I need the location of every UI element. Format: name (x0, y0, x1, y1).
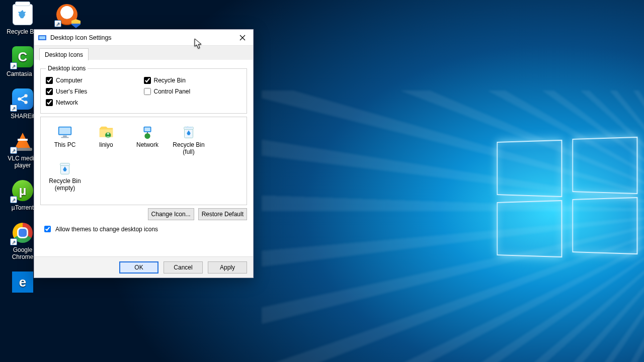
checkbox-network[interactable]: Network (46, 97, 144, 108)
monitor-icon (56, 123, 74, 141)
tab-desktop-icons[interactable]: Desktop Icons (39, 48, 89, 60)
desktop-icon-settings-dialog: Desktop Icon Settings Desktop Icons Desk… (34, 29, 254, 278)
svg-rect-8 (61, 137, 68, 138)
cancel-button[interactable]: Cancel (164, 261, 203, 274)
checkbox-label: Network (56, 99, 78, 106)
icon-preview-panel: This PC liniyo Network Recycle Bin (full… (40, 117, 247, 205)
uac-shield-icon (71, 19, 80, 28)
shortcut-overlay-icon: ↗ (10, 238, 17, 245)
user-folder-icon (97, 123, 115, 141)
close-button[interactable] (234, 32, 251, 44)
svg-point-13 (144, 133, 150, 139)
windows-logo-wallpaper (493, 141, 644, 282)
recycle-bin-full-icon (180, 123, 198, 141)
checkbox-recycle-bin[interactable]: Recycle Bin (144, 75, 242, 86)
preview-label: Recycle Bin (full) (170, 141, 208, 155)
checkbox-input-allow-themes[interactable] (44, 226, 51, 232)
preview-label: This PC (54, 141, 76, 148)
checkbox-label: User's Files (56, 88, 87, 95)
checkbox-input-computer[interactable] (46, 77, 53, 84)
preview-recycle-bin-empty[interactable]: Recycle Bin (empty) (45, 158, 85, 193)
preview-recycle-bin-full[interactable]: Recycle Bin (full) (169, 122, 209, 156)
checkbox-input-network[interactable] (46, 99, 53, 106)
checkbox-input-users-files[interactable] (46, 88, 53, 95)
desktop-icon-daemon-tools[interactable]: ↗ (48, 3, 86, 28)
checkbox-label: Computer (56, 77, 83, 84)
shortcut-overlay-icon: ↗ (10, 105, 17, 112)
preview-user-folder[interactable]: liniyo (86, 122, 126, 156)
preview-this-pc[interactable]: This PC (45, 122, 85, 156)
checkbox-label: Recycle Bin (154, 77, 186, 84)
preview-label: Recycle Bin (empty) (46, 177, 84, 192)
preview-label: liniyo (99, 141, 113, 148)
svg-rect-12 (144, 128, 150, 132)
checkbox-label: Control Panel (154, 88, 191, 95)
svg-rect-4 (39, 36, 45, 39)
restore-default-button[interactable]: Restore Default (198, 208, 247, 220)
checkbox-control-panel[interactable]: Control Panel (144, 86, 242, 97)
shortcut-overlay-icon: ↗ (10, 196, 17, 203)
shortcut-overlay-icon: ↗ (10, 62, 17, 69)
ok-button[interactable]: OK (119, 261, 158, 274)
preview-label: Network (136, 141, 158, 148)
desktop-icon-label: µTorrent (12, 204, 34, 211)
svg-rect-17 (60, 163, 70, 166)
group-legend: Desktop icons (46, 65, 88, 72)
svg-rect-6 (59, 128, 71, 134)
network-icon (138, 123, 156, 141)
dialog-body: Desktop icons Computer Recycle Bin User'… (34, 60, 253, 244)
checkbox-computer[interactable]: Computer (46, 75, 144, 86)
checkbox-label: Allow themes to change desktop icons (55, 226, 158, 233)
preview-network[interactable]: Network (127, 122, 168, 156)
checkbox-users-files[interactable]: User's Files (46, 86, 144, 97)
checkbox-input-control-panel[interactable] (144, 88, 151, 95)
desktop-icons-group: Desktop icons Computer Recycle Bin User'… (40, 65, 247, 114)
checkbox-input-recycle-bin[interactable] (144, 77, 151, 84)
svg-rect-7 (63, 136, 67, 137)
change-icon-button[interactable]: Change Icon... (148, 208, 194, 220)
checkbox-allow-themes[interactable]: Allow themes to change desktop icons (40, 220, 247, 238)
close-icon (239, 35, 246, 41)
tab-strip: Desktop Icons (34, 46, 253, 60)
svg-point-10 (107, 133, 110, 135)
icon-buttons-row: Change Icon... Restore Default (40, 208, 247, 220)
shortcut-overlay-icon: ↗ (10, 147, 17, 154)
dialog-footer: OK Cancel Apply (34, 256, 253, 278)
dialog-title: Desktop Icon Settings (50, 34, 234, 41)
dialog-app-icon (38, 34, 46, 42)
recycle-bin-empty-icon (56, 159, 74, 177)
desktop-icon-label: SHAREit (11, 113, 34, 120)
apply-button[interactable]: Apply (208, 261, 247, 274)
shortcut-overlay-icon: ↗ (54, 20, 61, 27)
title-bar[interactable]: Desktop Icon Settings (34, 30, 253, 46)
